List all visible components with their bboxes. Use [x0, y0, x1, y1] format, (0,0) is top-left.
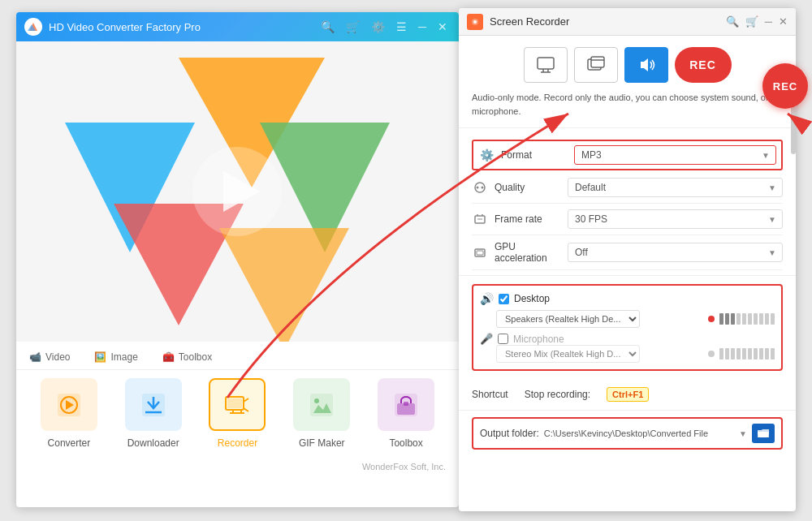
- rec-mode-bar: REC: [459, 36, 796, 91]
- rec-close-icon[interactable]: ✕: [779, 15, 788, 28]
- image-icon: 🖼️: [94, 351, 106, 363]
- recorder-icon: [222, 390, 252, 420]
- folder-browse-button[interactable]: [752, 424, 775, 443]
- main-titlebar: HD Video Converter Factory Pro 🔍 🛒 ⚙️ ☰ …: [16, 12, 459, 41]
- svg-rect-28: [404, 402, 408, 406]
- app-logo: [24, 18, 42, 36]
- svg-point-42: [482, 187, 484, 189]
- scrollbar[interactable]: [791, 105, 796, 154]
- menu-icon[interactable]: ☰: [393, 19, 410, 35]
- settings-area: ⚙️ Format MP3 AAC WAV FLAC ▼: [459, 135, 796, 275]
- tool-downloader[interactable]: Downloader: [121, 378, 186, 449]
- output-label: Output folder:: [480, 428, 539, 439]
- rec-shop-icon[interactable]: 🛒: [745, 15, 758, 28]
- mic-checkbox[interactable]: [498, 334, 508, 344]
- tab-toolbox[interactable]: 🧰 Toolbox: [162, 348, 212, 366]
- divider-2: [459, 275, 796, 276]
- audio-mode-icon: [637, 56, 656, 74]
- framerate-select[interactable]: 30 FPS 60 FPS 24 FPS 15 FPS: [568, 209, 783, 229]
- gpu-select[interactable]: Off On: [568, 243, 783, 262]
- tool-gif-maker[interactable]: GIF Maker: [289, 378, 354, 449]
- gpu-select-wrapper: Off On ▼: [568, 243, 783, 262]
- svg-rect-32: [538, 58, 554, 69]
- svg-rect-37: [591, 57, 604, 67]
- rec-button[interactable]: REC: [675, 47, 732, 83]
- quality-select[interactable]: Default High Medium Low: [568, 178, 783, 197]
- rec-titlebar: Screen Recorder 🔍 🛒 ─ ✕: [459, 8, 796, 36]
- folder-icon: [757, 428, 770, 439]
- hero-area: [16, 41, 459, 342]
- vol-seg-8: [759, 313, 763, 325]
- mic-vol-seg-3: [731, 348, 735, 360]
- gif-icon: [307, 390, 336, 420]
- svg-rect-48: [477, 251, 483, 255]
- desktop-checkbox[interactable]: [499, 294, 509, 304]
- audio-section: 🔊 Desktop Speakers (Realtek High De...: [472, 284, 783, 371]
- framerate-icon: [472, 211, 488, 227]
- nav-tabs: 📹 Video 🖼️ Image 🧰 Toolbox: [16, 342, 459, 370]
- video-icon: 📹: [29, 351, 41, 363]
- speaker-select[interactable]: Speakers (Realtek High De...: [496, 310, 640, 328]
- rec-minimize-icon[interactable]: ─: [765, 15, 772, 28]
- gpu-icon: [472, 244, 488, 260]
- tool-recorder[interactable]: Recorder: [205, 378, 270, 449]
- rec-search-icon[interactable]: 🔍: [726, 15, 739, 28]
- mic-volume-bar: [719, 348, 775, 360]
- format-label: Format: [501, 149, 574, 161]
- svg-point-25: [314, 398, 319, 403]
- shop-icon[interactable]: 🛒: [343, 19, 363, 35]
- gif-icon-box: [293, 378, 350, 431]
- desktop-volume-dot: [708, 316, 715, 322]
- app-title: HD Video Converter Factory Pro: [49, 21, 201, 33]
- mic-select[interactable]: Stereo Mix (Realtek High D...: [496, 345, 640, 363]
- speaker-select-wrapper: Speakers (Realtek High De...: [496, 310, 703, 328]
- rec-circle-text: REC: [773, 80, 797, 93]
- tab-video[interactable]: 📹 Video: [29, 348, 70, 366]
- audio-note: Audio-only mode. Record only the audio, …: [459, 91, 796, 127]
- settings-icon[interactable]: ⚙️: [368, 19, 388, 35]
- mic-volume-dot: [708, 351, 715, 357]
- format-select[interactable]: MP3 AAC WAV FLAC: [574, 145, 776, 165]
- format-icon: ⚙️: [478, 147, 495, 163]
- svg-line-20: [244, 408, 248, 411]
- tab-image[interactable]: 🖼️ Image: [94, 348, 137, 366]
- divider-1: [459, 127, 796, 128]
- mode-screen-btn[interactable]: [524, 47, 568, 83]
- output-dropdown-icon[interactable]: ▼: [739, 429, 747, 437]
- vol-seg-6: [748, 313, 752, 325]
- gpu-label: GPU acceleration: [495, 241, 568, 264]
- titlebar-left: HD Video Converter Factory Pro: [24, 18, 201, 36]
- search-icon[interactable]: 🔍: [317, 19, 338, 35]
- desktop-volume-bar: [719, 313, 775, 325]
- tool-converter[interactable]: Converter: [37, 378, 102, 449]
- converter-icon-box: [41, 378, 97, 431]
- mic-vol-seg-8: [759, 348, 763, 360]
- quality-row: Quality Default High Medium Low ▼: [472, 172, 783, 204]
- toolbox-icon: 🧰: [162, 351, 175, 363]
- mic-vol-seg-5: [742, 348, 746, 360]
- window-mode-icon: [586, 56, 606, 74]
- vol-seg-3: [731, 313, 735, 325]
- framerate-select-wrapper: 30 FPS 60 FPS 24 FPS 15 FPS ▼: [568, 209, 783, 229]
- mode-audio-btn[interactable]: [624, 47, 668, 83]
- mic-select-wrapper: Stereo Mix (Realtek High D...: [496, 345, 703, 363]
- toolbox-icon-svg: [391, 390, 421, 420]
- rec-title: Screen Recorder: [490, 15, 569, 28]
- minimize-icon[interactable]: ─: [415, 19, 430, 35]
- downloader-label: Downloader: [127, 437, 179, 449]
- toolbox-tools-label: Toolbox: [389, 437, 422, 449]
- vol-seg-5: [742, 313, 746, 325]
- shortcut-label: Shortcut: [472, 389, 508, 400]
- converter-label: Converter: [48, 437, 91, 449]
- divider-3: [459, 410, 796, 411]
- mode-window-btn[interactable]: [574, 47, 618, 83]
- mic-vol-seg-9: [765, 348, 769, 360]
- close-icon[interactable]: ✕: [434, 19, 451, 35]
- rec-annotation-circle: REC: [762, 63, 808, 109]
- downloader-icon-box: [125, 378, 182, 431]
- titlebar-controls: 🔍 🛒 ⚙️ ☰ ─ ✕: [317, 19, 451, 35]
- mic-controls: Stereo Mix (Realtek High D...: [480, 345, 775, 363]
- vol-seg-2: [725, 313, 729, 325]
- tool-toolbox[interactable]: Toolbox: [374, 378, 438, 449]
- desktop-audio-row: 🔊 Desktop: [480, 292, 775, 305]
